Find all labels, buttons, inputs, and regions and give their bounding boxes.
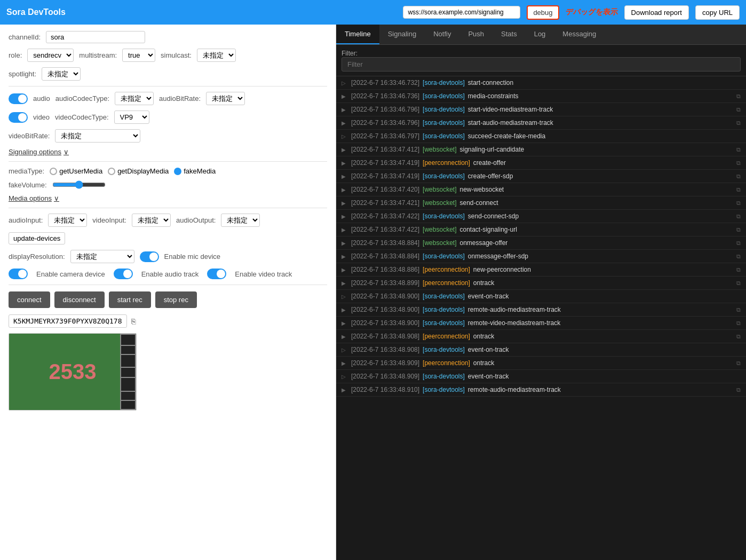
log-copy-icon[interactable]: ⧉ [736, 387, 741, 393]
simulcast-select[interactable]: 未指定 true false [197, 49, 236, 62]
tab-stats[interactable]: Stats [493, 25, 526, 44]
debug-button[interactable]: debug [527, 5, 559, 20]
tab-messaging[interactable]: Messaging [554, 25, 605, 44]
log-copy-icon[interactable]: ⧉ [736, 280, 741, 287]
enable-mic-toggle[interactable] [140, 251, 159, 262]
log-expand-icon[interactable]: ▶ [342, 280, 348, 286]
multistream-select[interactable]: true false [122, 49, 155, 62]
log-item[interactable]: ▶[2022-6-7 16:33:48.899] [peerconnection… [336, 277, 746, 290]
log-copy-icon[interactable]: ⧉ [736, 173, 741, 180]
log-item[interactable]: ▷[2022-6-7 16:33:48.909] [sora-devtools]… [336, 370, 746, 383]
log-copy-icon[interactable]: ⧉ [736, 240, 741, 247]
log-expand-icon[interactable]: ▶ [342, 160, 348, 166]
display-resolution-select[interactable]: 未指定 [70, 250, 134, 263]
log-item[interactable]: ▶[2022-6-7 16:33:48.884] [websocket] onm… [336, 236, 746, 250]
enable-video-track-toggle[interactable] [207, 269, 226, 279]
copy-url-button[interactable]: copy URL [695, 5, 740, 20]
log-copy-icon[interactable]: ⧉ [736, 106, 741, 113]
log-expand-icon[interactable]: ▶ [342, 334, 348, 340]
log-expand-icon[interactable]: ▶ [342, 360, 348, 366]
log-item[interactable]: ▶[2022-6-7 16:33:47.419] [sora-devtools]… [336, 170, 746, 183]
log-expand-icon[interactable]: ▶ [342, 307, 348, 313]
signaling-options-link[interactable]: Signaling options ∨ [9, 148, 69, 156]
log-copy-icon[interactable]: ⧉ [736, 320, 741, 327]
log-expand-icon[interactable]: ▶ [342, 267, 348, 273]
log-item[interactable]: ▷[2022-6-7 16:33:46.732] [sora-devtools]… [336, 76, 746, 90]
log-copy-icon[interactable]: ⧉ [736, 120, 741, 127]
log-item[interactable]: ▶[2022-6-7 16:33:47.412] [websocket] sig… [336, 143, 746, 156]
log-expand-icon[interactable]: ▷ [342, 133, 348, 139]
role-select[interactable]: sendrecv sendonly recvonly [27, 49, 74, 62]
log-item[interactable]: ▶[2022-6-7 16:33:48.908] [peerconnection… [336, 330, 746, 343]
log-item[interactable]: ▶[2022-6-7 16:33:48.900] [sora-devtools]… [336, 303, 746, 317]
log-expand-icon[interactable]: ▷ [342, 294, 348, 299]
log-expand-icon[interactable]: ▶ [342, 240, 348, 246]
radio-get-user-media[interactable]: getUserMedia [50, 167, 102, 175]
log-expand-icon[interactable]: ▶ [342, 200, 348, 206]
log-copy-icon[interactable]: ⧉ [736, 186, 741, 193]
audio-output-select[interactable]: 未指定 [221, 214, 260, 227]
log-copy-icon[interactable]: ⧉ [736, 200, 741, 207]
log-item[interactable]: ▶[2022-6-7 16:33:48.900] [sora-devtools]… [336, 317, 746, 330]
tab-signaling[interactable]: Signaling [379, 25, 425, 44]
tab-push[interactable]: Push [459, 25, 493, 44]
log-copy-icon[interactable]: ⧉ [736, 333, 741, 340]
filter-input[interactable] [342, 57, 741, 72]
log-item[interactable]: ▶[2022-6-7 16:33:47.421] [websocket] sen… [336, 196, 746, 210]
log-expand-icon[interactable]: ▷ [342, 80, 348, 86]
video-toggle[interactable] [9, 112, 28, 123]
log-item[interactable]: ▶[2022-6-7 16:33:47.419] [peerconnection… [336, 156, 746, 170]
log-item[interactable]: ▷[2022-6-7 16:33:46.797] [sora-devtools]… [336, 130, 746, 143]
log-copy-icon[interactable]: ⧉ [736, 146, 741, 153]
audio-toggle[interactable] [9, 93, 28, 104]
log-expand-icon[interactable]: ▶ [342, 107, 348, 113]
log-copy-icon[interactable]: ⧉ [736, 360, 741, 367]
disconnect-button[interactable]: disconnect [54, 291, 105, 308]
stop-rec-button[interactable]: stop rec [155, 291, 197, 308]
log-item[interactable]: ▶[2022-6-7 16:33:48.910] [sora-devtools]… [336, 383, 746, 397]
connect-button[interactable]: connect [9, 291, 50, 308]
signaling-url-input[interactable] [403, 6, 520, 19]
log-expand-icon[interactable]: ▶ [342, 93, 348, 99]
audio-bitrate-select[interactable]: 未指定 [206, 92, 245, 105]
tab-timeline[interactable]: Timeline [336, 25, 379, 44]
session-id-copy-icon[interactable]: ⎘ [131, 317, 136, 326]
log-item[interactable]: ▶[2022-6-7 16:33:47.422] [websocket] con… [336, 223, 746, 236]
log-item[interactable]: ▶[2022-6-7 16:33:48.886] [peerconnection… [336, 263, 746, 277]
log-expand-icon[interactable]: ▶ [342, 387, 348, 393]
radio-get-display-media[interactable]: getDisplayMedia [108, 167, 169, 175]
log-item[interactable]: ▶[2022-6-7 16:33:46.796] [sora-devtools]… [336, 103, 746, 116]
log-copy-icon[interactable]: ⧉ [736, 253, 741, 260]
log-item[interactable]: ▶[2022-6-7 16:33:46.796] [sora-devtools]… [336, 116, 746, 130]
log-expand-icon[interactable]: ▶ [342, 227, 348, 233]
log-item[interactable]: ▶[2022-6-7 16:33:46.736] [sora-devtools]… [336, 90, 746, 103]
video-input-select[interactable]: 未指定 [132, 214, 171, 227]
log-item[interactable]: ▶[2022-6-7 16:33:47.422] [sora-devtools]… [336, 210, 746, 223]
log-item[interactable]: ▷[2022-6-7 16:33:48.900] [sora-devtools]… [336, 290, 746, 303]
radio-fake-media[interactable]: fakeMedia [174, 167, 216, 175]
log-expand-icon[interactable]: ▷ [342, 347, 348, 353]
log-expand-icon[interactable]: ▶ [342, 187, 348, 193]
log-copy-icon[interactable]: ⧉ [736, 306, 741, 313]
log-item[interactable]: ▶[2022-6-7 16:33:48.909] [peerconnection… [336, 357, 746, 370]
log-expand-icon[interactable]: ▶ [342, 214, 348, 219]
log-copy-icon[interactable]: ⧉ [736, 213, 741, 220]
log-expand-icon[interactable]: ▷ [342, 374, 348, 380]
start-rec-button[interactable]: start rec [109, 291, 151, 308]
log-copy-icon[interactable]: ⧉ [736, 226, 741, 233]
spotlight-select[interactable]: 未指定 true false [42, 67, 81, 81]
audio-input-select[interactable]: 未指定 [48, 214, 87, 227]
log-expand-icon[interactable]: ▶ [342, 120, 348, 126]
log-copy-icon[interactable]: ⧉ [736, 93, 741, 100]
tab-log[interactable]: Log [526, 25, 554, 44]
video-bitrate-select[interactable]: 未指定 [55, 129, 140, 143]
media-options-link[interactable]: Media options ∨ [9, 194, 59, 202]
log-expand-icon[interactable]: ▶ [342, 254, 348, 259]
enable-camera-toggle[interactable] [9, 269, 28, 279]
video-codec-select[interactable]: VP9 VP8 H264 [114, 111, 149, 124]
log-item[interactable]: ▶[2022-6-7 16:33:47.420] [websocket] new… [336, 183, 746, 196]
tab-notfiy[interactable]: Notfiy [425, 25, 459, 44]
download-report-button[interactable]: Download report [624, 5, 689, 20]
log-expand-icon[interactable]: ▶ [342, 320, 348, 326]
log-copy-icon[interactable]: ⧉ [736, 266, 741, 273]
